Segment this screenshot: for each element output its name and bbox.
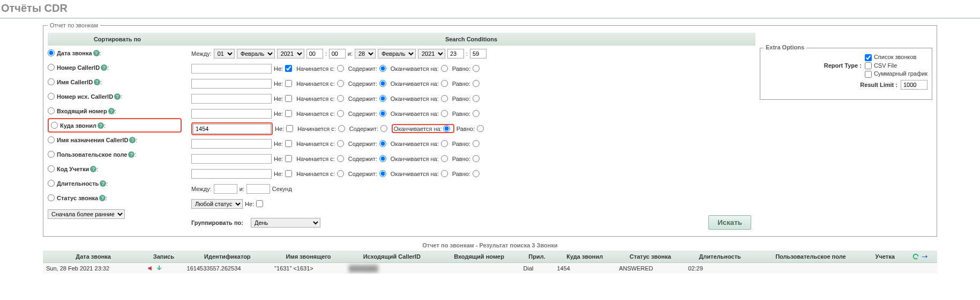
help-icon[interactable]: ? [100, 180, 106, 187]
filter-input-7[interactable] [191, 169, 272, 179]
filter-ends-5[interactable] [441, 140, 448, 147]
filter-begins-3[interactable] [337, 110, 344, 117]
filter-begins-4[interactable] [338, 125, 345, 132]
filter-begins-0[interactable] [337, 65, 344, 72]
sort-radio-7[interactable] [48, 151, 55, 158]
date-to-month[interactable]: Февраль [378, 49, 416, 58]
csv-checkbox[interactable] [865, 62, 872, 69]
sort-radio-6[interactable] [48, 136, 55, 143]
filter-not-2[interactable] [285, 95, 292, 102]
sort-radio-5[interactable] [51, 122, 58, 129]
help-icon[interactable]: ? [90, 166, 96, 172]
help-icon[interactable]: ? [101, 64, 107, 71]
filter-not-1[interactable] [285, 80, 292, 87]
filter-not-3[interactable] [285, 110, 292, 117]
help-icon[interactable]: ? [94, 79, 100, 85]
opt-csv[interactable]: СSV File [865, 62, 927, 70]
filter-contains-2[interactable] [379, 95, 386, 102]
date-to-hh[interactable] [447, 49, 464, 58]
filter-contains-4[interactable] [380, 125, 387, 132]
help-icon[interactable]: ? [93, 50, 100, 56]
sort-radio-0[interactable] [48, 49, 55, 56]
summary-checkbox[interactable] [865, 71, 872, 78]
filter-not-7[interactable] [285, 170, 292, 177]
date-from-day[interactable]: 01 [214, 49, 235, 58]
sort-radio-3[interactable] [48, 93, 55, 100]
sort-order-select[interactable]: Сначала более ранние [48, 209, 125, 219]
sort-radio-1[interactable] [48, 64, 55, 71]
filter-equals-0[interactable] [473, 65, 480, 72]
filter-not-5[interactable] [285, 140, 292, 147]
filter-ends-2[interactable] [441, 95, 448, 102]
date-from-mm[interactable] [329, 49, 346, 58]
filter-contains-5[interactable] [379, 140, 386, 147]
filter-begins-5[interactable] [337, 140, 344, 147]
search-button[interactable]: Искать [708, 215, 751, 230]
cell-duration: 02:29 [685, 263, 755, 274]
duration-to[interactable] [246, 184, 270, 194]
help-icon[interactable]: ? [99, 195, 106, 201]
sort-radio-9[interactable] [48, 180, 55, 187]
filter-input-5[interactable] [191, 139, 272, 149]
help-icon[interactable]: ? [114, 93, 121, 100]
filter-ends-4[interactable] [443, 125, 450, 132]
filter-contains-1[interactable] [379, 80, 386, 87]
filter-ends-3[interactable] [441, 110, 448, 117]
filter-input-0[interactable] [191, 64, 272, 74]
date-to-day[interactable]: 28 [355, 49, 376, 58]
filter-ends-1[interactable] [441, 80, 448, 87]
filter-begins-1[interactable] [337, 80, 344, 87]
filter-begins-6[interactable] [337, 155, 344, 162]
help-icon[interactable]: ? [108, 108, 115, 114]
duration-from[interactable] [214, 184, 237, 194]
filter-ends-7[interactable] [441, 170, 448, 177]
filter-equals-1[interactable] [473, 80, 480, 87]
download-icon[interactable] [156, 265, 163, 272]
filter-ends-6[interactable] [441, 155, 448, 162]
call-list-checkbox[interactable] [865, 54, 872, 61]
filter-not-6[interactable] [285, 155, 292, 162]
help-icon[interactable]: ? [129, 137, 136, 143]
filter-input-4[interactable] [193, 124, 271, 134]
filter-input-3[interactable] [191, 109, 272, 119]
filter-equals-4[interactable] [477, 125, 484, 132]
filter-equals-2[interactable] [473, 95, 480, 102]
group-by-select[interactable]: День [251, 218, 320, 228]
filter-begins-2[interactable] [337, 95, 344, 102]
date-from-month[interactable]: Февраль [237, 49, 275, 58]
filter-contains-7[interactable] [379, 170, 386, 177]
date-from-year[interactable]: 2021 [277, 49, 304, 58]
filter-contains-0[interactable] [379, 65, 386, 72]
filter-equals-7[interactable] [473, 170, 480, 177]
sort-radio-8[interactable] [48, 165, 55, 172]
status-not-checkbox[interactable] [256, 200, 263, 207]
help-icon[interactable]: ? [98, 122, 104, 129]
filter-equals-6[interactable] [473, 155, 480, 162]
sort-radio-2[interactable] [48, 78, 55, 85]
filter-input-1[interactable] [191, 79, 272, 89]
filter-equals-3[interactable] [473, 110, 480, 117]
reload-icon[interactable] [912, 253, 919, 260]
speaker-icon[interactable] [147, 265, 154, 272]
filter-input-6[interactable] [191, 154, 272, 164]
opt-call-list[interactable]: Список звонков [865, 54, 927, 61]
filter-contains-6[interactable] [379, 155, 386, 162]
opt-summary[interactable]: Суммарный график [865, 70, 927, 78]
filter-contains-3[interactable] [379, 110, 386, 117]
cell-did [438, 263, 520, 274]
arrow-icon[interactable] [921, 253, 929, 260]
filter-ends-0[interactable] [441, 65, 448, 72]
sort-radio-10[interactable] [48, 194, 55, 201]
filter-begins-7[interactable] [337, 170, 344, 177]
result-limit-input[interactable] [901, 80, 927, 90]
status-select[interactable]: Любой статус [191, 199, 243, 209]
filter-input-2[interactable] [191, 94, 272, 104]
filter-not-4[interactable] [286, 125, 293, 132]
help-icon[interactable]: ? [128, 151, 134, 158]
date-from-hh[interactable] [306, 49, 323, 58]
sort-radio-4[interactable] [48, 107, 55, 114]
date-to-mm[interactable] [470, 49, 487, 58]
date-to-year[interactable]: 2021 [418, 49, 445, 58]
filter-equals-5[interactable] [473, 140, 480, 147]
filter-not-0[interactable] [285, 65, 292, 72]
